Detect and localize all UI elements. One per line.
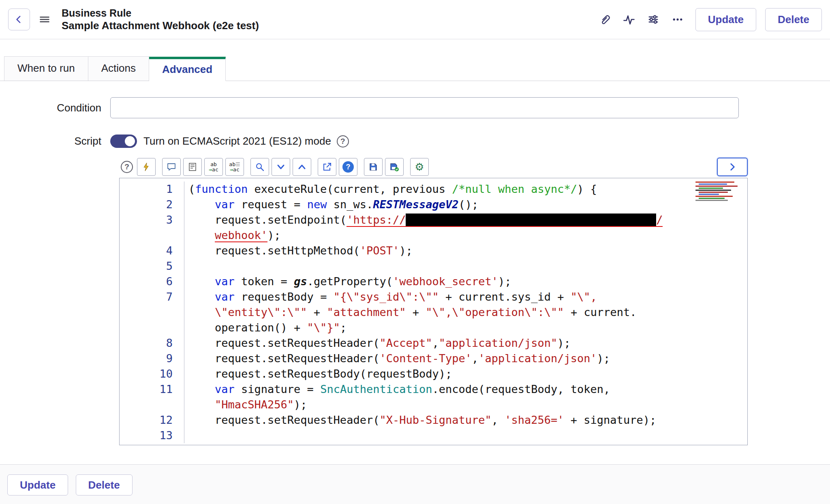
toggle-knob (125, 136, 135, 146)
header: Business Rule Sample Attachment Webhook … (0, 0, 830, 39)
line-number (120, 320, 184, 335)
toggle-comment-button[interactable] (162, 158, 181, 176)
chevron-right-icon (727, 162, 738, 172)
line-number: 4 (120, 243, 184, 258)
tab-advanced[interactable]: Advanced (149, 57, 226, 81)
line-number: 3 (120, 212, 184, 228)
paperclip-icon (599, 14, 610, 25)
script-row: Script Turn on ECMAScript 2021 (ES12) mo… (0, 135, 830, 148)
expand-editor-button[interactable] (717, 158, 748, 176)
save-button-toolbar[interactable] (364, 158, 383, 176)
code-row: 2 var request = new sn_ws.RESTMessageV2(… (120, 197, 747, 212)
minimap (695, 182, 743, 207)
api-help-button[interactable]: ? (339, 158, 357, 176)
line-number: 12 (120, 412, 184, 428)
record-type: Business Rule (62, 7, 259, 19)
code-row: 6 var token = gs.getProperty('webhook_se… (120, 274, 747, 289)
code-row: webhook'); (120, 228, 747, 243)
line-number: 8 (120, 335, 184, 351)
attachment-button[interactable] (596, 11, 614, 28)
replace-all-button[interactable]: ab☰⇒ac (225, 158, 244, 176)
find-previous-button[interactable] (293, 158, 311, 176)
pulse-icon (623, 13, 635, 26)
code-row: 3 request.setEndpoint('https:// / (120, 212, 747, 228)
condition-row: Condition (0, 97, 830, 118)
footer-actions: Update Delete (0, 464, 830, 504)
script-code-editor[interactable]: 1(function executeRule(current, previous… (119, 178, 748, 445)
code-lines: 1(function executeRule(current, previous… (120, 178, 747, 443)
line-number: 6 (120, 274, 184, 289)
script-label: Script (0, 135, 110, 147)
document-icon (188, 162, 197, 172)
editor-help-button[interactable]: ? (119, 159, 135, 175)
code-row: 7 var requestBody = "{\"sys_id\":\"" + c… (120, 289, 747, 305)
ellipsis-icon (672, 13, 684, 26)
update-button[interactable]: Update (695, 8, 756, 31)
replace-button[interactable]: ab⇒ac (204, 158, 223, 176)
comment-bubble-icon (167, 162, 176, 172)
delete-button[interactable]: Delete (765, 8, 822, 31)
replace-icon: ab⇒ac (209, 162, 218, 172)
code-row: operation() + "\"}"; (120, 320, 747, 335)
code-row: 9 request.setRequestHeader('Content-Type… (120, 351, 747, 366)
floppy-check-icon (389, 162, 399, 172)
script-editor-toolbar: ? a (119, 158, 748, 176)
open-in-window-button[interactable] (318, 158, 336, 176)
tab-when-to-run[interactable]: When to run (4, 56, 88, 81)
es2021-toggle[interactable] (110, 135, 137, 148)
line-number (120, 397, 184, 412)
format-code-button[interactable] (137, 158, 156, 176)
code-row: 13 (120, 428, 747, 443)
sliders-icon (647, 13, 659, 26)
help-circle-icon: ? (342, 161, 354, 173)
update-button-footer[interactable]: Update (7, 474, 68, 495)
format-bolt-icon (141, 162, 151, 172)
help-icon: ? (121, 161, 133, 173)
line-number: 11 (120, 382, 184, 397)
line-number: 5 (120, 258, 184, 274)
document-lines-button[interactable] (183, 158, 202, 176)
context-menu-icon[interactable] (39, 14, 50, 25)
code-row: 5 (120, 258, 747, 274)
find-next-button[interactable] (272, 158, 290, 176)
chevron-left-icon (14, 14, 24, 25)
record-tabs: When to run Actions Advanced (0, 57, 830, 81)
personalize-button[interactable] (644, 11, 662, 28)
delete-button-footer[interactable]: Delete (76, 474, 133, 495)
line-number: 13 (120, 428, 184, 443)
page-title: Sample Attachment Webhook (e2e test) (62, 19, 259, 32)
chevron-up-icon (297, 162, 307, 172)
code-row: 4 request.setHttpMethod('POST'); (120, 243, 747, 258)
condition-input[interactable] (110, 97, 739, 118)
code-row: 11 var signature = SncAuthentication.enc… (120, 382, 747, 397)
replace-all-icon: ab☰⇒ac (229, 162, 240, 172)
page: Business Rule Sample Attachment Webhook … (0, 0, 830, 504)
condition-label: Condition (0, 102, 110, 114)
activity-button[interactable] (620, 11, 638, 28)
bug-gear-icon: ⚙ (415, 161, 424, 173)
tab-actions[interactable]: Actions (88, 56, 149, 81)
debug-button[interactable]: ⚙ (410, 158, 429, 176)
line-number (120, 305, 184, 320)
line-number: 9 (120, 351, 184, 366)
code-row: "HmacSHA256"); (120, 397, 747, 412)
more-options-button[interactable] (669, 11, 687, 28)
line-number: 7 (120, 289, 184, 305)
code-row: 1(function executeRule(current, previous… (120, 182, 747, 197)
floppy-disk-icon (368, 162, 378, 172)
line-number (120, 228, 184, 243)
search-button[interactable] (250, 158, 269, 176)
line-number: 1 (120, 182, 184, 197)
code-row: \"entity\":\"" + "attachment" + "\",\"op… (120, 305, 747, 320)
record-title-block: Business Rule Sample Attachment Webhook … (62, 7, 259, 32)
code-row: 12 request.setRequestHeader("X-Hub-Signa… (120, 412, 747, 428)
external-link-icon (322, 162, 332, 172)
code-row: 8 request.setRequestHeader("Accept","app… (120, 335, 747, 351)
es2021-toggle-label: Turn on ECMAScript 2021 (ES12) mode (143, 135, 331, 147)
chevron-down-icon (276, 162, 286, 172)
advanced-tab-panel: Condition Script Turn on ECMAScript 2021… (0, 81, 830, 445)
back-button[interactable] (8, 9, 30, 30)
line-number: 10 (120, 366, 184, 382)
es2021-help-icon[interactable]: ? (337, 135, 349, 147)
save-and-check-button[interactable] (385, 158, 404, 176)
